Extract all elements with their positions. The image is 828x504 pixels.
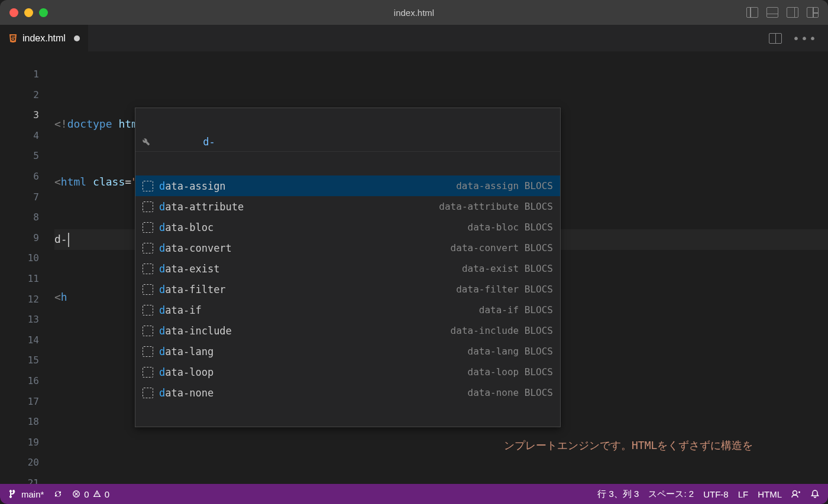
snippet-icon <box>143 346 153 357</box>
suggest-item[interactable]: data-existdata-exist BLOCS <box>135 258 560 279</box>
snippet-icon <box>143 264 153 274</box>
tab-indexhtml[interactable]: index.html <box>0 25 88 51</box>
zoom-icon[interactable] <box>39 8 48 17</box>
suggest-item[interactable]: data-nonedata-none BLOCS <box>135 382 560 403</box>
line-number: 4 <box>0 126 39 147</box>
feedback-button[interactable] <box>791 489 801 499</box>
suggest-label: data-convert <box>159 242 445 254</box>
notifications-button[interactable] <box>810 489 820 499</box>
line-number: 8 <box>0 207 39 228</box>
line-gutter: 123456789101112131415161718192021 <box>0 51 54 484</box>
line-number: 11 <box>0 269 39 290</box>
panel-bottom-icon[interactable] <box>766 7 778 18</box>
suggest-item[interactable]: data-includedata-include BLOCS <box>135 320 560 341</box>
warning-icon <box>93 490 101 498</box>
suggest-label: data-loop <box>159 366 462 378</box>
layout-controls <box>746 7 819 18</box>
encoding[interactable]: UTF-8 <box>703 489 729 499</box>
split-editor-icon[interactable] <box>769 33 782 44</box>
suggest-label: data-if <box>159 304 473 316</box>
suggest-widget[interactable]: d- data-assigndata-assign BLOCSdata-attr… <box>135 108 561 427</box>
feedback-icon <box>791 489 801 499</box>
suggest-item[interactable]: data-filterdata-filter BLOCS <box>135 279 560 300</box>
snippet-icon <box>143 243 153 253</box>
svg-point-1 <box>793 491 797 495</box>
editor[interactable]: 123456789101112131415161718192021 <!doct… <box>0 51 828 484</box>
problems-indicator[interactable]: 0 0 <box>72 489 109 499</box>
minimize-icon[interactable] <box>24 8 33 17</box>
titlebar: index.html <box>0 0 828 25</box>
line-number: 19 <box>0 433 39 453</box>
line-number: 15 <box>0 350 39 371</box>
suggest-label: data-bloc <box>159 222 462 233</box>
suggest-label: data-include <box>159 325 445 337</box>
branch-indicator[interactable]: main* <box>8 489 44 499</box>
typed-text: d- <box>54 233 67 245</box>
suggest-detail: data-include BLOCS <box>451 325 553 336</box>
bell-icon <box>810 489 820 499</box>
panel-right-icon[interactable] <box>787 7 798 18</box>
snippet-icon <box>143 222 153 233</box>
line-number: 20 <box>0 453 39 473</box>
wrench-icon <box>141 115 198 169</box>
code-area[interactable]: <!doctype html> <html class="no-js" lang… <box>54 51 828 484</box>
line-number: 12 <box>0 290 39 310</box>
suggest-detail: data-lang BLOCS <box>468 346 554 357</box>
snippet-icon <box>143 284 153 295</box>
snippet-icon <box>143 305 153 316</box>
suggest-detail: data-assign BLOCS <box>456 180 553 191</box>
sync-button[interactable] <box>53 489 63 499</box>
line-number: 6 <box>0 167 39 187</box>
suggest-label: data-assign <box>159 180 450 192</box>
more-icon[interactable]: ••• <box>793 31 817 45</box>
suggest-label: data-lang <box>159 346 462 357</box>
line-number: 10 <box>0 248 39 269</box>
suggest-header: d- <box>135 132 560 152</box>
window-title: index.html <box>394 8 434 18</box>
snippet-icon <box>143 201 153 212</box>
bg-text: ンプレートエンジンです。HTMLをくずさずに構造を <box>504 435 753 456</box>
line-number: 3 <box>0 105 39 126</box>
eol[interactable]: LF <box>738 489 749 499</box>
branch-icon <box>8 489 18 499</box>
language-mode[interactable]: HTML <box>758 489 782 499</box>
sync-icon <box>53 489 63 499</box>
suggest-label: data-exist <box>159 263 456 275</box>
cursor-icon <box>68 233 69 247</box>
suggest-item[interactable]: data-assigndata-assign BLOCS <box>135 175 560 196</box>
window-controls <box>9 8 48 17</box>
close-icon[interactable] <box>9 8 18 17</box>
suggest-item[interactable]: data-ifdata-if BLOCS <box>135 300 560 320</box>
suggest-detail: data-filter BLOCS <box>456 284 553 295</box>
html-file-icon <box>8 34 18 43</box>
suggest-item[interactable]: data-blocdata-bloc BLOCS <box>135 217 560 238</box>
suggest-detail: data-exist BLOCS <box>462 263 553 274</box>
suggest-item[interactable]: data-langdata-lang BLOCS <box>135 341 560 362</box>
line-number: 21 <box>0 473 39 484</box>
layout-custom-icon[interactable] <box>807 7 819 18</box>
line-number: 18 <box>0 412 39 433</box>
line-number: 9 <box>0 228 39 249</box>
cursor-position[interactable]: 行 3、列 3 <box>597 489 639 500</box>
tabbar: index.html ••• <box>0 25 828 51</box>
suggest-label: data-attribute <box>159 201 433 213</box>
panel-left-icon[interactable] <box>746 7 758 18</box>
indentation[interactable]: スペース: 2 <box>648 489 694 500</box>
tab-label: index.html <box>22 33 66 44</box>
dirty-indicator-icon <box>74 35 80 41</box>
suggest-item[interactable]: data-convertdata-convert BLOCS <box>135 238 560 258</box>
line-number: 5 <box>0 146 39 167</box>
line-number: 7 <box>0 187 39 208</box>
snippet-icon <box>143 181 153 191</box>
line-number: 14 <box>0 330 39 351</box>
error-icon <box>72 490 80 498</box>
line-number: 16 <box>0 371 39 392</box>
suggest-detail: data-loop BLOCS <box>468 366 554 378</box>
suggest-detail: data-bloc BLOCS <box>468 222 554 233</box>
suggest-item[interactable]: data-attributedata-attribute BLOCS <box>135 196 560 217</box>
suggest-detail: data-attribute BLOCS <box>439 201 553 212</box>
line-number: 2 <box>0 85 39 106</box>
line-number: 1 <box>0 64 39 85</box>
suggest-detail: data-none BLOCS <box>468 387 554 398</box>
suggest-item[interactable]: data-loopdata-loop BLOCS <box>135 362 560 382</box>
